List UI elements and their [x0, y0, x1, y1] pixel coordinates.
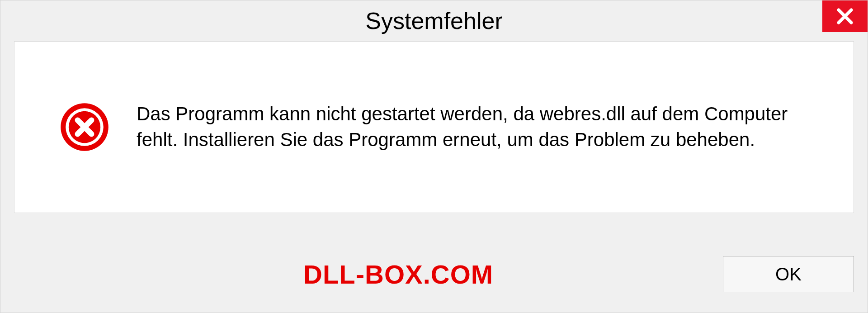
close-button[interactable]: [822, 0, 868, 32]
error-icon: [60, 102, 109, 152]
title-bar: Systemfehler: [0, 0, 868, 41]
close-icon: [835, 7, 854, 26]
dialog-title: Systemfehler: [365, 7, 502, 34]
error-message: Das Programm kann nicht gestartet werden…: [137, 101, 826, 152]
content-area: Das Programm kann nicht gestartet werden…: [14, 41, 854, 213]
watermark-text: DLL-BOX.COM: [303, 259, 493, 289]
error-dialog: Systemfehler Das Programm kann nicht ges…: [0, 0, 868, 313]
footer: DLL-BOX.COM OK: [14, 249, 854, 299]
ok-button[interactable]: OK: [723, 256, 854, 292]
